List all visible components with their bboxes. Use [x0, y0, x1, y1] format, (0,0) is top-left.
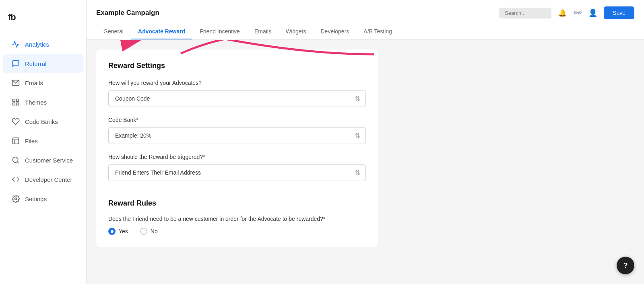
radio-no-dot [140, 228, 147, 235]
sidebar-item-files[interactable]: Files [3, 131, 83, 150]
page-title: Example Campaign [96, 9, 159, 17]
reward-rules-title: Reward Rules [108, 191, 366, 208]
analytics-icon [11, 40, 20, 49]
main-area: Example Campaign 🔔 👓 👤 Save General Advo… [87, 0, 644, 284]
content-area: Reward Settings How will you reward your… [87, 40, 644, 284]
radio-yes-label: Yes [119, 228, 128, 235]
radio-no[interactable]: No [140, 228, 158, 235]
referral-icon [11, 59, 20, 68]
new-customer-label: Does the Friend need to be a new custome… [108, 216, 366, 222]
files-icon [11, 136, 20, 145]
tab-emails[interactable]: Emails [247, 24, 279, 39]
tab-friendincentive[interactable]: Friend Incentive [192, 24, 247, 39]
developercenter-icon [11, 175, 20, 184]
tab-abtesting[interactable]: A/B Testing [356, 24, 399, 39]
sidebar-item-customerservice[interactable]: Customer Service [3, 150, 83, 170]
settings-icon [11, 194, 20, 203]
trigger-wrapper: Friend Enters Their Email Address Friend… [108, 164, 366, 181]
header-top: Example Campaign 🔔 👓 👤 Save [96, 0, 634, 19]
svg-rect-2 [17, 99, 19, 102]
bell-icon[interactable]: 🔔 [558, 8, 567, 17]
tab-bar: General Advocate Reward Friend Incentive… [96, 24, 634, 39]
tab-advocatereward[interactable]: Advocate Reward [131, 24, 192, 39]
radio-yes[interactable]: Yes [108, 228, 128, 235]
tab-general[interactable]: General [96, 24, 131, 39]
tab-developers[interactable]: Developers [314, 24, 357, 39]
emails-icon [11, 78, 20, 87]
svg-rect-3 [13, 103, 15, 105]
sidebar-item-emails[interactable]: Emails [3, 73, 83, 93]
sidebar-item-label-emails: Emails [25, 80, 43, 86]
reward-settings-title: Reward Settings [108, 62, 366, 70]
tab-widgets[interactable]: Widgets [279, 24, 314, 39]
sidebar-item-label-analytics: Analytics [25, 41, 49, 48]
user-icon[interactable]: 👤 [588, 8, 597, 17]
how-reward-label: How will you reward your Advocates? [108, 80, 366, 86]
save-button[interactable]: Save [604, 6, 634, 19]
themes-icon [11, 98, 20, 107]
radio-yes-dot [108, 228, 116, 235]
svg-rect-1 [13, 99, 15, 102]
sidebar-item-codebanks[interactable]: Code Banks [3, 112, 83, 131]
header-actions: 🔔 👓 👤 Save [499, 6, 634, 19]
reward-type-select[interactable]: Coupon Code Points Gift Card [108, 90, 366, 107]
trigger-label: How should the Reward be triggered?* [108, 154, 366, 160]
sidebar-item-developercenter[interactable]: Developer Center [3, 170, 83, 189]
logo: fb [0, 8, 86, 35]
code-bank-label: Code Bank* [108, 117, 366, 123]
code-bank-wrapper: Example: 20% ⇅ [108, 127, 366, 144]
reward-type-wrapper: Coupon Code Points Gift Card ⇅ [108, 90, 366, 107]
radio-no-label: No [151, 228, 158, 235]
sidebar-item-themes[interactable]: Themes [3, 93, 83, 112]
sidebar-item-label-settings: Settings [25, 196, 47, 202]
sidebar-item-label-codebanks: Code Banks [25, 118, 58, 125]
sidebar-item-settings[interactable]: Settings [3, 189, 83, 208]
customerservice-icon [11, 156, 20, 165]
svg-rect-4 [17, 103, 19, 105]
svg-point-8 [15, 198, 17, 200]
sidebar-item-referral[interactable]: Referral [3, 54, 83, 73]
sidebar-item-label-customerservice: Customer Service [25, 157, 73, 164]
trigger-select[interactable]: Friend Enters Their Email Address Friend… [108, 164, 366, 181]
sidebar-item-label-files: Files [25, 138, 38, 144]
sidebar-item-label-referral: Referral [25, 60, 46, 67]
codebanks-icon [11, 117, 20, 126]
reward-settings-card: Reward Settings How will you reward your… [96, 49, 378, 247]
help-button[interactable]: ? [617, 257, 634, 274]
sidebar-item-analytics[interactable]: Analytics [3, 35, 83, 54]
glasses-icon[interactable]: 👓 [573, 8, 582, 17]
search-input[interactable] [499, 8, 551, 19]
svg-rect-5 [13, 138, 19, 144]
sidebar-item-label-themes: Themes [25, 99, 47, 106]
new-customer-radio-group: Yes No [108, 228, 366, 235]
sidebar-item-label-developercenter: Developer Center [25, 176, 72, 183]
sidebar: fb Analytics Referral Emails [0, 0, 87, 284]
svg-line-7 [17, 162, 19, 163]
code-bank-select[interactable]: Example: 20% [108, 127, 366, 144]
header: Example Campaign 🔔 👓 👤 Save General Advo… [87, 0, 644, 40]
